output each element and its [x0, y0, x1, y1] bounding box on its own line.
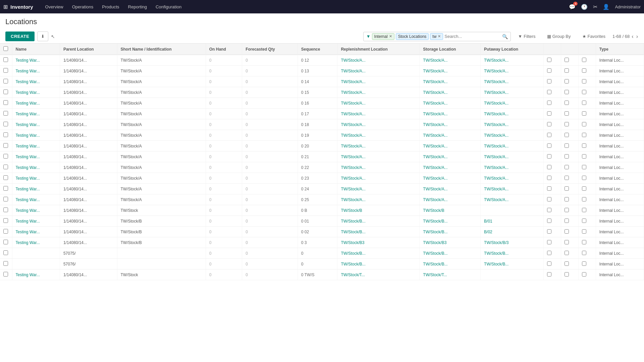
row-cb2[interactable] [561, 237, 578, 248]
row-parent[interactable]: 1/14080/14... [60, 66, 117, 76]
row-cb3[interactable] [578, 119, 596, 130]
row-short[interactable]: TW/Stock/A [117, 109, 206, 119]
row-replenishment[interactable]: TW/Stock/A... [337, 119, 420, 130]
row-cb2[interactable] [561, 152, 578, 162]
row-cb2[interactable] [561, 184, 578, 194]
row-checkbox[interactable] [3, 79, 8, 83]
row-name[interactable]: Testing War... [12, 194, 60, 205]
row-cb1[interactable] [543, 109, 561, 119]
row-option-2[interactable] [565, 111, 569, 116]
row-option-3[interactable] [582, 240, 586, 244]
nav-reporting[interactable]: Reporting [124, 2, 151, 11]
row-storage[interactable]: TW/Stock/A... [420, 76, 481, 87]
settings-icon[interactable]: ✂ [593, 4, 597, 10]
row-parent[interactable]: 1/14080/14... [60, 216, 117, 227]
row-putaway[interactable]: TW/Stock/B... [481, 248, 544, 259]
row-name[interactable] [12, 259, 60, 269]
row-name[interactable]: Testing War... [12, 87, 60, 98]
row-replenishment[interactable]: TW/Stock/B3 [337, 237, 420, 248]
row-replenishment[interactable]: TW/Stock/A... [337, 141, 420, 152]
row-option-1[interactable] [547, 90, 551, 94]
row-short[interactable]: TW/Stock/A [117, 98, 206, 109]
row-putaway[interactable]: B/01 [481, 216, 544, 227]
row-option-3[interactable] [582, 261, 586, 266]
user-icon[interactable]: 👤 [603, 4, 609, 10]
row-cb2[interactable] [561, 173, 578, 184]
row-cb1[interactable] [543, 194, 561, 205]
row-cb2[interactable] [561, 109, 578, 119]
row-name[interactable]: Testing War... [12, 76, 60, 87]
row-short[interactable]: TW/Stock/A [117, 55, 206, 66]
row-replenishment[interactable]: TW/Stock/A... [337, 162, 420, 173]
row-cb2[interactable] [561, 227, 578, 237]
row-cb3[interactable] [578, 173, 596, 184]
row-storage[interactable]: TW/Stock/A... [420, 119, 481, 130]
row-checkbox-cell[interactable] [0, 173, 12, 184]
row-putaway[interactable]: TW/Stock/A... [481, 162, 544, 173]
row-cb2[interactable] [561, 87, 578, 98]
row-storage[interactable]: TW/Stock/A... [420, 152, 481, 162]
row-storage[interactable]: TW/Stock/A... [420, 109, 481, 119]
row-cb1[interactable] [543, 227, 561, 237]
row-checkbox-cell[interactable] [0, 98, 12, 109]
row-name[interactable]: Testing War... [12, 216, 60, 227]
row-cb1[interactable] [543, 269, 561, 280]
create-button[interactable]: CREATE [5, 32, 35, 41]
row-option-2[interactable] [565, 122, 569, 126]
row-parent[interactable]: 1/14080/14... [60, 119, 117, 130]
row-option-3[interactable] [582, 90, 586, 94]
row-cb2[interactable] [561, 66, 578, 76]
filter-internal-remove[interactable]: ✕ [389, 34, 392, 39]
row-name[interactable]: Testing War... [12, 98, 60, 109]
row-parent[interactable]: 1/14080/14... [60, 76, 117, 87]
app-name[interactable]: Inventory [10, 4, 33, 10]
row-short[interactable] [117, 248, 206, 259]
row-parent[interactable]: 57075/ [60, 248, 117, 259]
row-cb3[interactable] [578, 194, 596, 205]
header-checkbox[interactable] [0, 44, 12, 55]
row-short[interactable]: TW/Stock/B [117, 227, 206, 237]
row-checkbox[interactable] [3, 175, 8, 180]
row-putaway[interactable]: TW/Stock/A... [481, 184, 544, 194]
row-short[interactable]: TW/Stock/A [117, 119, 206, 130]
row-option-2[interactable] [565, 186, 569, 191]
row-name[interactable]: Testing War... [12, 152, 60, 162]
row-checkbox-cell[interactable] [0, 194, 12, 205]
row-replenishment[interactable]: TW/Stock/B [337, 205, 420, 216]
groupby-button[interactable]: ▦ Group By [543, 32, 575, 41]
next-page-button[interactable]: › [636, 33, 639, 40]
row-cb1[interactable] [543, 152, 561, 162]
row-putaway[interactable]: TW/Stock/A... [481, 119, 544, 130]
row-short[interactable]: TW/Stock/B [117, 237, 206, 248]
row-cb3[interactable] [578, 162, 596, 173]
row-parent[interactable]: 1/14080/14... [60, 227, 117, 237]
row-option-3[interactable] [582, 79, 586, 83]
row-checkbox[interactable] [3, 122, 8, 126]
row-cb1[interactable] [543, 130, 561, 141]
row-cb2[interactable] [561, 259, 578, 269]
clock-icon[interactable]: 🕐 [581, 4, 588, 10]
row-replenishment[interactable]: TW/Stock/A... [337, 98, 420, 109]
row-putaway[interactable]: TW/Stock/A... [481, 130, 544, 141]
row-name[interactable]: Testing War... [12, 205, 60, 216]
row-option-1[interactable] [547, 68, 551, 73]
row-option-2[interactable] [565, 165, 569, 169]
row-putaway[interactable]: TW/Stock/A... [481, 152, 544, 162]
row-option-1[interactable] [547, 122, 551, 126]
row-option-3[interactable] [582, 186, 586, 191]
row-cb1[interactable] [543, 184, 561, 194]
row-name[interactable]: Testing War... [12, 66, 60, 76]
row-option-2[interactable] [565, 229, 569, 234]
row-storage[interactable]: TW/Stock/A... [420, 162, 481, 173]
row-replenishment[interactable]: TW/Stock/A... [337, 130, 420, 141]
row-cb2[interactable] [561, 194, 578, 205]
row-option-2[interactable] [565, 58, 569, 62]
row-parent[interactable]: 1/14080/14... [60, 162, 117, 173]
row-short[interactable] [117, 259, 206, 269]
row-option-1[interactable] [547, 240, 551, 244]
row-option-1[interactable] [547, 101, 551, 105]
row-option-1[interactable] [547, 133, 551, 137]
row-cb1[interactable] [543, 141, 561, 152]
row-option-2[interactable] [565, 261, 569, 266]
row-option-3[interactable] [582, 208, 586, 212]
